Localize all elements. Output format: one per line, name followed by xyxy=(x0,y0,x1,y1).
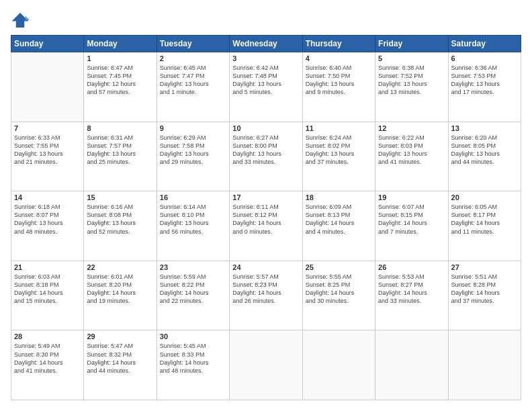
day-info: Sunrise: 6:18 AM Sunset: 8:07 PM Dayligh… xyxy=(14,203,81,236)
calendar-cell: 30Sunrise: 5:45 AM Sunset: 8:33 PM Dayli… xyxy=(157,330,229,400)
day-info: Sunrise: 6:05 AM Sunset: 8:17 PM Dayligh… xyxy=(451,203,518,236)
calendar-cell: 20Sunrise: 6:05 AM Sunset: 8:17 PM Dayli… xyxy=(448,191,521,261)
day-info: Sunrise: 6:22 AM Sunset: 8:03 PM Dayligh… xyxy=(378,134,445,167)
calendar-cell: 18Sunrise: 6:09 AM Sunset: 8:13 PM Dayli… xyxy=(302,191,375,261)
calendar-cell xyxy=(302,330,375,400)
day-number: 17 xyxy=(232,193,299,201)
calendar-week-row: 14Sunrise: 6:18 AM Sunset: 8:07 PM Dayli… xyxy=(11,191,521,261)
day-number: 19 xyxy=(378,193,445,201)
day-number: 4 xyxy=(306,54,372,62)
weekday-header: Saturday xyxy=(448,36,521,52)
calendar-cell: 19Sunrise: 6:07 AM Sunset: 8:15 PM Dayli… xyxy=(375,191,448,261)
header xyxy=(11,11,521,30)
day-info: Sunrise: 6:38 AM Sunset: 7:52 PM Dayligh… xyxy=(378,64,445,97)
day-info: Sunrise: 6:27 AM Sunset: 8:00 PM Dayligh… xyxy=(232,134,299,167)
calendar-cell: 11Sunrise: 6:24 AM Sunset: 8:02 PM Dayli… xyxy=(302,122,375,191)
day-info: Sunrise: 5:59 AM Sunset: 8:22 PM Dayligh… xyxy=(160,273,226,306)
calendar-cell xyxy=(230,330,302,400)
day-number: 7 xyxy=(14,124,81,132)
day-info: Sunrise: 6:29 AM Sunset: 7:58 PM Dayligh… xyxy=(160,134,226,167)
day-number: 22 xyxy=(87,263,153,271)
calendar-cell: 22Sunrise: 6:01 AM Sunset: 8:20 PM Dayli… xyxy=(84,261,157,330)
day-number: 28 xyxy=(14,332,81,340)
day-number: 3 xyxy=(232,54,299,62)
page: SundayMondayTuesdayWednesdayThursdayFrid… xyxy=(0,0,532,411)
weekday-header: Tuesday xyxy=(157,36,229,52)
calendar-cell xyxy=(375,330,448,400)
calendar-week-row: 28Sunrise: 5:49 AM Sunset: 8:30 PM Dayli… xyxy=(11,330,521,400)
weekday-header: Monday xyxy=(84,36,157,52)
day-number: 16 xyxy=(160,193,226,201)
day-number: 29 xyxy=(87,332,153,340)
day-info: Sunrise: 6:07 AM Sunset: 8:15 PM Dayligh… xyxy=(378,203,445,236)
calendar-cell: 21Sunrise: 6:03 AM Sunset: 8:18 PM Dayli… xyxy=(11,261,84,330)
calendar-table: SundayMondayTuesdayWednesdayThursdayFrid… xyxy=(11,35,521,400)
weekday-header: Wednesday xyxy=(230,36,302,52)
calendar-header-row: SundayMondayTuesdayWednesdayThursdayFrid… xyxy=(11,36,521,52)
calendar-cell: 1Sunrise: 6:47 AM Sunset: 7:45 PM Daylig… xyxy=(84,52,157,122)
calendar-cell: 29Sunrise: 5:47 AM Sunset: 8:32 PM Dayli… xyxy=(84,330,157,400)
logo-icon xyxy=(11,11,30,30)
day-number: 13 xyxy=(451,124,518,132)
calendar-cell: 27Sunrise: 5:51 AM Sunset: 8:28 PM Dayli… xyxy=(448,261,521,330)
calendar-week-row: 21Sunrise: 6:03 AM Sunset: 8:18 PM Dayli… xyxy=(11,261,521,330)
calendar-week-row: 7Sunrise: 6:33 AM Sunset: 7:55 PM Daylig… xyxy=(11,122,521,191)
day-number: 9 xyxy=(160,124,226,132)
calendar-cell: 17Sunrise: 6:11 AM Sunset: 8:12 PM Dayli… xyxy=(230,191,302,261)
calendar-cell: 23Sunrise: 5:59 AM Sunset: 8:22 PM Dayli… xyxy=(157,261,229,330)
day-info: Sunrise: 6:33 AM Sunset: 7:55 PM Dayligh… xyxy=(14,134,81,167)
calendar-cell: 13Sunrise: 6:20 AM Sunset: 8:05 PM Dayli… xyxy=(448,122,521,191)
day-info: Sunrise: 6:11 AM Sunset: 8:12 PM Dayligh… xyxy=(232,203,299,236)
calendar-cell: 12Sunrise: 6:22 AM Sunset: 8:03 PM Dayli… xyxy=(375,122,448,191)
day-info: Sunrise: 5:47 AM Sunset: 8:32 PM Dayligh… xyxy=(87,342,153,375)
calendar-cell: 14Sunrise: 6:18 AM Sunset: 8:07 PM Dayli… xyxy=(11,191,84,261)
day-info: Sunrise: 5:53 AM Sunset: 8:27 PM Dayligh… xyxy=(378,273,445,306)
calendar-cell: 25Sunrise: 5:55 AM Sunset: 8:25 PM Dayli… xyxy=(302,261,375,330)
day-info: Sunrise: 6:16 AM Sunset: 8:08 PM Dayligh… xyxy=(87,203,153,236)
day-number: 18 xyxy=(306,193,372,201)
calendar-cell xyxy=(11,52,84,122)
calendar-cell: 15Sunrise: 6:16 AM Sunset: 8:08 PM Dayli… xyxy=(84,191,157,261)
day-number: 26 xyxy=(378,263,445,271)
calendar-cell: 26Sunrise: 5:53 AM Sunset: 8:27 PM Dayli… xyxy=(375,261,448,330)
day-info: Sunrise: 5:57 AM Sunset: 8:23 PM Dayligh… xyxy=(232,273,299,306)
day-info: Sunrise: 6:09 AM Sunset: 8:13 PM Dayligh… xyxy=(306,203,372,236)
day-number: 5 xyxy=(378,54,445,62)
calendar-week-row: 1Sunrise: 6:47 AM Sunset: 7:45 PM Daylig… xyxy=(11,52,521,122)
calendar-cell: 4Sunrise: 6:40 AM Sunset: 7:50 PM Daylig… xyxy=(302,52,375,122)
day-number: 1 xyxy=(87,54,153,62)
weekday-header: Friday xyxy=(375,36,448,52)
day-number: 24 xyxy=(232,263,299,271)
day-info: Sunrise: 6:40 AM Sunset: 7:50 PM Dayligh… xyxy=(306,64,372,97)
day-number: 25 xyxy=(306,263,372,271)
calendar-cell: 24Sunrise: 5:57 AM Sunset: 8:23 PM Dayli… xyxy=(230,261,302,330)
day-info: Sunrise: 6:03 AM Sunset: 8:18 PM Dayligh… xyxy=(14,273,81,306)
calendar-cell: 8Sunrise: 6:31 AM Sunset: 7:57 PM Daylig… xyxy=(84,122,157,191)
day-info: Sunrise: 6:01 AM Sunset: 8:20 PM Dayligh… xyxy=(87,273,153,306)
day-number: 14 xyxy=(14,193,81,201)
weekday-header: Thursday xyxy=(302,36,375,52)
calendar-cell: 2Sunrise: 6:45 AM Sunset: 7:47 PM Daylig… xyxy=(157,52,229,122)
calendar-cell: 7Sunrise: 6:33 AM Sunset: 7:55 PM Daylig… xyxy=(11,122,84,191)
calendar-cell: 5Sunrise: 6:38 AM Sunset: 7:52 PM Daylig… xyxy=(375,52,448,122)
calendar-cell: 3Sunrise: 6:42 AM Sunset: 7:48 PM Daylig… xyxy=(230,52,302,122)
day-number: 10 xyxy=(232,124,299,132)
day-info: Sunrise: 6:36 AM Sunset: 7:53 PM Dayligh… xyxy=(451,64,518,97)
calendar-cell: 9Sunrise: 6:29 AM Sunset: 7:58 PM Daylig… xyxy=(157,122,229,191)
day-number: 20 xyxy=(451,193,518,201)
logo xyxy=(11,11,32,30)
day-number: 11 xyxy=(306,124,372,132)
day-number: 15 xyxy=(87,193,153,201)
calendar-cell: 6Sunrise: 6:36 AM Sunset: 7:53 PM Daylig… xyxy=(448,52,521,122)
day-number: 12 xyxy=(378,124,445,132)
day-number: 21 xyxy=(14,263,81,271)
day-info: Sunrise: 6:14 AM Sunset: 8:10 PM Dayligh… xyxy=(160,203,226,236)
day-info: Sunrise: 6:20 AM Sunset: 8:05 PM Dayligh… xyxy=(451,134,518,167)
day-number: 6 xyxy=(451,54,518,62)
day-info: Sunrise: 6:45 AM Sunset: 7:47 PM Dayligh… xyxy=(160,64,226,97)
day-info: Sunrise: 6:24 AM Sunset: 8:02 PM Dayligh… xyxy=(306,134,372,167)
day-info: Sunrise: 6:31 AM Sunset: 7:57 PM Dayligh… xyxy=(87,134,153,167)
day-info: Sunrise: 5:55 AM Sunset: 8:25 PM Dayligh… xyxy=(306,273,372,306)
day-number: 23 xyxy=(160,263,226,271)
day-number: 30 xyxy=(160,332,226,340)
